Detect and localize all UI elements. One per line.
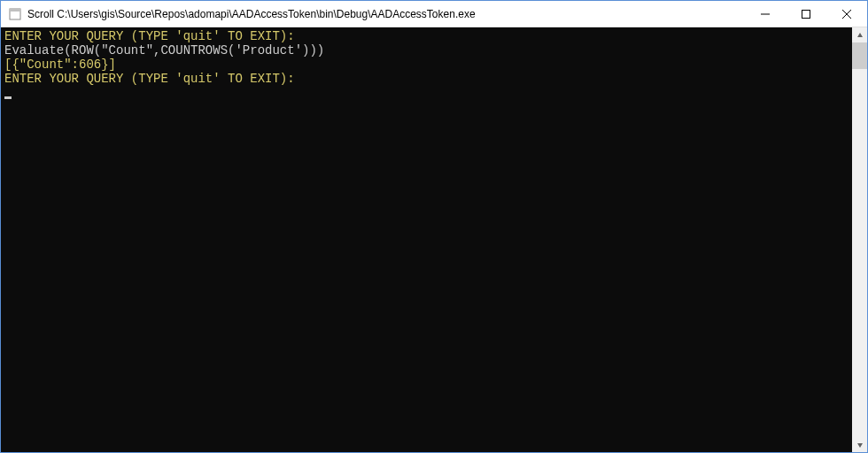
cursor-line: [4, 86, 849, 100]
scroll-up-button[interactable]: [852, 27, 867, 42]
titlebar[interactable]: Scroll C:\Users\gis\Source\Repos\adomapi…: [1, 1, 867, 27]
window-controls: [745, 1, 867, 27]
cursor: [4, 96, 12, 99]
scroll-down-button[interactable]: [852, 437, 867, 452]
scroll-thumb[interactable]: [852, 42, 867, 69]
window-title: Scroll C:\Users\gis\Source\Repos\adomapi…: [27, 8, 745, 20]
console-line: ENTER YOUR QUERY (TYPE 'quit' TO EXIT):: [4, 72, 849, 86]
maximize-button[interactable]: [786, 1, 826, 27]
console-line: ENTER YOUR QUERY (TYPE 'quit' TO EXIT):: [4, 29, 849, 43]
console-line: Evaluate(ROW("Count",COUNTROWS('Product'…: [4, 43, 849, 58]
console-area: ENTER YOUR QUERY (TYPE 'quit' TO EXIT):E…: [1, 27, 867, 452]
console-window: Scroll C:\Users\gis\Source\Repos\adomapi…: [0, 0, 868, 453]
console-output[interactable]: ENTER YOUR QUERY (TYPE 'quit' TO EXIT):E…: [1, 27, 852, 452]
vertical-scrollbar[interactable]: [852, 27, 867, 452]
console-line: [{"Count":606}]: [4, 58, 849, 72]
svg-marker-7: [857, 443, 863, 448]
scroll-track[interactable]: [852, 42, 867, 437]
app-icon: [8, 7, 22, 21]
svg-marker-6: [857, 33, 863, 37]
close-button[interactable]: [826, 1, 867, 27]
svg-rect-1: [10, 9, 20, 12]
minimize-button[interactable]: [745, 1, 786, 27]
svg-rect-3: [802, 10, 810, 18]
